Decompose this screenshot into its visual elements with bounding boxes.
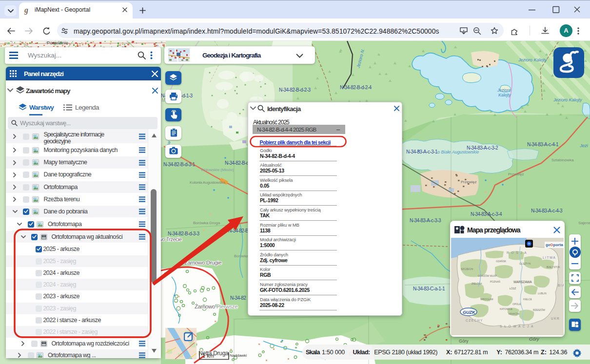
svg-text:N-34-82-B-d-3-1: N-34-82-B-d-3-1 bbox=[163, 162, 196, 167]
svg-text:OLSZTYN: OLSZTYN bbox=[519, 262, 531, 265]
svg-text:WARSZAWA: WARSZAWA bbox=[513, 280, 532, 284]
svg-text:Sztabinówka: Sztabinówka bbox=[551, 158, 574, 162]
svg-text:ZIELONA: ZIELONA bbox=[472, 282, 482, 285]
svg-text:1 km: 1 km bbox=[202, 353, 214, 359]
svg-text:Kalejty: Kalejty bbox=[498, 93, 511, 97]
svg-text:S Ł O W A C J A: S Ł O W A C J A bbox=[500, 325, 534, 328]
svg-text:Jezioro Kalejty: Jezioro Kalejty bbox=[518, 57, 547, 62]
svg-text:POZNAŃ: POZNAŃ bbox=[490, 280, 500, 283]
svg-text:RZESZÓW: RZESZÓW bbox=[533, 308, 545, 311]
svg-text:Naddawki: Naddawki bbox=[230, 353, 247, 358]
svg-text:LUBLIN: LUBLIN bbox=[538, 292, 547, 295]
svg-text:R O S J A: R O S J A bbox=[507, 251, 527, 254]
svg-text:Posielanie: Posielanie bbox=[47, 41, 68, 45]
svg-text:N-34-82-B-d-3-3: N-34-82-B-d-3-3 bbox=[168, 231, 200, 236]
svg-text:Góry: Góry bbox=[529, 336, 540, 342]
svg-text:BIA: BIA bbox=[558, 284, 564, 287]
svg-text:N-34-83-A-c-4-3: N-34-83-A-c-4-3 bbox=[531, 208, 563, 213]
svg-text:Jezi: Jezi bbox=[579, 143, 589, 148]
svg-text:WROCŁAW: WROCŁAW bbox=[480, 298, 493, 301]
svg-text:SZCZECIN: SZCZECIN bbox=[461, 268, 473, 270]
svg-text:N-34-83-A-c-3-4: N-34-83-A-c-3-4 bbox=[471, 211, 502, 217]
svg-text:KATOWICE: KATOWICE bbox=[500, 307, 513, 310]
svg-text:N-34-82-B: N-34-82-B bbox=[228, 228, 249, 233]
svg-text:N-34-82-B-d-2-3: N-34-82-B-d-2-3 bbox=[279, 87, 311, 93]
svg-text:GUZK: GUZK bbox=[463, 310, 476, 315]
svg-text:Borówka Droga: Borówka Droga bbox=[193, 221, 220, 225]
svg-text:BIAŁYSTOK: BIAŁYSTOK bbox=[547, 266, 560, 268]
svg-text:Żarnowo Drugie: Żarnowo Drugie bbox=[184, 260, 221, 266]
svg-text:CZECHY: CZECHY bbox=[466, 319, 483, 322]
svg-text:LITWA: LITWA bbox=[543, 256, 556, 259]
svg-text:N-34-82-B-d-2-4: N-34-82-B-d-2-4 bbox=[340, 85, 372, 90]
svg-text:ŁÓDŹ: ŁÓDŹ bbox=[510, 287, 516, 290]
svg-text:KIELCE: KIELCE bbox=[523, 298, 532, 301]
svg-text:Jezioro Kalejty: Jezioro Kalejty bbox=[553, 97, 582, 102]
svg-text:GDAŃSK: GDAŃSK bbox=[496, 260, 507, 263]
svg-text:geOporta: geOporta bbox=[546, 243, 563, 247]
svg-text:KRAKÓW: KRAKÓW bbox=[509, 312, 520, 315]
svg-text:N-34-83-C-a-1-1: N-34-83-C-a-1-1 bbox=[413, 286, 445, 291]
svg-text:Sajenek: Sajenek bbox=[578, 221, 590, 225]
svg-text:o Białe Augustowskie: o Białe Augustowskie bbox=[437, 150, 479, 154]
svg-text:GORZÓW WLKP.: GORZÓW WLKP. bbox=[478, 274, 497, 277]
svg-text:N-34-82: N-34-82 bbox=[230, 295, 246, 301]
svg-text:Przewięź: Przewięź bbox=[461, 180, 476, 184]
svg-text:Wołowskie (Młodo): Wołowskie (Młodo) bbox=[201, 168, 234, 172]
svg-text:Kolonia Augustowska: Kolonia Augustowska bbox=[190, 180, 225, 185]
svg-text:N-34-83-A-c-3-3: N-34-83-A-c-3-3 bbox=[410, 218, 441, 223]
svg-text:Jezioro: Jezioro bbox=[497, 88, 511, 93]
svg-text:N-34-83-A-c-4-1: N-34-83-A-c-4-1 bbox=[527, 142, 559, 147]
svg-text:OPOLE: OPOLE bbox=[512, 303, 521, 306]
svg-text:Góry: Góry bbox=[459, 339, 469, 344]
svg-text:UKR: UKR bbox=[551, 317, 560, 320]
svg-text:wo Trzecie: wo Trzecie bbox=[158, 236, 182, 242]
svg-text:N-34-83-A-c-3-1: N-34-83-A-c-3-1 bbox=[406, 149, 438, 154]
svg-text:Przewięź: Przewięź bbox=[508, 172, 524, 176]
svg-text:Żarnowo Pierwsze: Żarnowo Pierwsze bbox=[195, 304, 237, 309]
